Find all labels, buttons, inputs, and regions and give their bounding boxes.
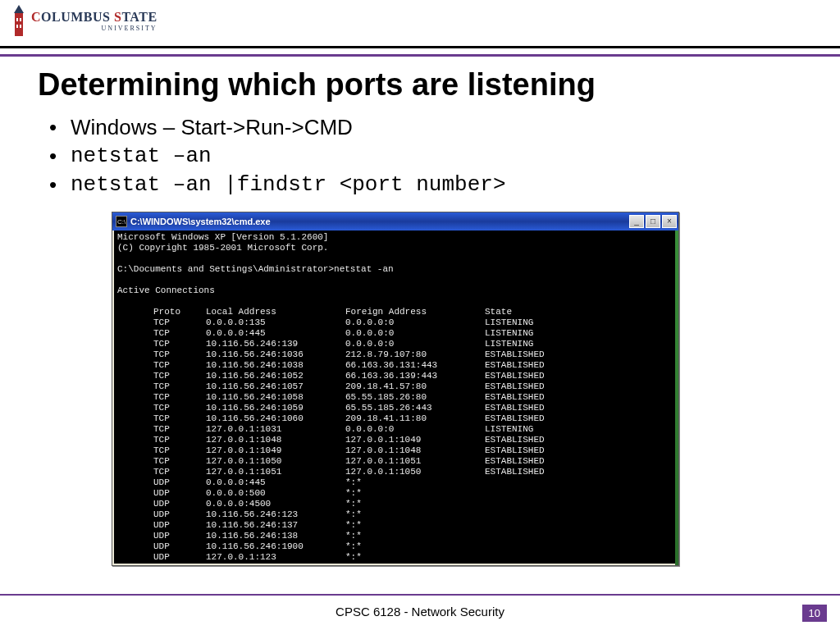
cmd-cell bbox=[485, 563, 673, 564]
cmd-cell bbox=[485, 499, 673, 509]
cmd-app-icon: C:\ bbox=[116, 216, 127, 227]
cmd-cell: ESTABLISHED bbox=[485, 435, 673, 445]
cmd-row: TCP127.0.0.1:10310.0.0.0:0LISTENING bbox=[153, 424, 673, 435]
cmd-row: TCP0.0.0.0:1350.0.0.0:0LISTENING bbox=[153, 317, 673, 328]
logo-c2: S bbox=[114, 10, 121, 24]
cmd-cell: 0.0.0.0:0 bbox=[345, 339, 485, 349]
cmd-cell: TCP bbox=[153, 328, 206, 339]
cmd-row: UDP0.0.0.0:500*:* bbox=[153, 488, 673, 499]
cmd-cell: ESTABLISHED bbox=[485, 349, 673, 360]
cmd-cell: 10.116.56.246:1900 bbox=[206, 541, 345, 552]
cmd-cell: ESTABLISHED bbox=[485, 381, 673, 392]
university-logo: COLUMBUS STATE UNIVERSITY bbox=[11, 5, 158, 38]
cmd-cell: 10.116.56.246:139 bbox=[206, 339, 345, 349]
cmd-cell: UDP bbox=[153, 531, 206, 541]
cmd-cell: 127.0.0.1:1050 bbox=[345, 467, 485, 477]
cmd-cell: 66.163.36.131:443 bbox=[345, 360, 485, 371]
cmd-cell: 10.116.56.246:123 bbox=[206, 509, 345, 520]
cmd-cell: 127.0.0.1:1048 bbox=[206, 435, 345, 445]
cmd-cell: TCP bbox=[153, 445, 206, 456]
cmd-cell: *:* bbox=[345, 531, 485, 541]
cmd-prompt1: C:\Documents and Settings\Administrator>… bbox=[117, 264, 394, 274]
slide: COLUMBUS STATE UNIVERSITY Determining wh… bbox=[0, 0, 840, 630]
cmd-row: UDP10.116.56.246:138*:* bbox=[153, 531, 673, 541]
svg-rect-4 bbox=[16, 25, 18, 28]
logo-line2: UNIVERSITY bbox=[31, 25, 158, 32]
cmd-cell: TCP bbox=[153, 371, 206, 381]
svg-marker-1 bbox=[14, 5, 24, 13]
cmd-cell: 10.116.56.246:1052 bbox=[206, 371, 345, 381]
cmd-cell: 127.0.0.1:1051 bbox=[345, 456, 485, 467]
cmd-cell: ESTABLISHED bbox=[485, 413, 673, 424]
divider-black bbox=[0, 46, 840, 48]
bullet-text: netstat –an bbox=[71, 144, 807, 168]
slide-number: 10 bbox=[802, 605, 827, 622]
cmd-cell: *:* bbox=[345, 477, 485, 488]
cmd-cell: *:* bbox=[345, 563, 485, 564]
cmd-cell: ESTABLISHED bbox=[485, 360, 673, 371]
cmd-row: UDP0.0.0.0:445*:* bbox=[153, 477, 673, 488]
cmd-cell: *:* bbox=[345, 488, 485, 499]
close-button[interactable]: × bbox=[662, 215, 677, 228]
cmd-row: TCP0.0.0.0:4450.0.0.0:0LISTENING bbox=[153, 328, 673, 339]
cmd-cell: *:* bbox=[345, 509, 485, 520]
cmd-row: TCP10.116.56.246:105865.55.185.26:80ESTA… bbox=[153, 392, 673, 403]
cmd-cell: 10.116.56.246:1038 bbox=[206, 360, 345, 371]
cmd-cell: 127.0.0.1:1049 bbox=[206, 445, 345, 456]
cmd-cell: 10.116.56.246:1058 bbox=[206, 392, 345, 403]
cmd-cell: ESTABLISHED bbox=[485, 456, 673, 467]
minimize-button[interactable]: _ bbox=[629, 215, 644, 228]
cmd-cell bbox=[485, 531, 673, 541]
cmd-col-headers: ProtoLocal AddressForeign AddressState bbox=[153, 307, 673, 317]
footer-divider bbox=[0, 594, 840, 596]
cmd-cell: 127.0.0.1:1050 bbox=[206, 456, 345, 467]
cmd-cell: ESTABLISHED bbox=[485, 371, 673, 381]
cmd-cell: UDP bbox=[153, 499, 206, 509]
cmd-cell: 209.18.41.11:80 bbox=[345, 413, 485, 424]
cmd-cell bbox=[485, 509, 673, 520]
cmd-cell: 0.0.0.0:0 bbox=[345, 328, 485, 339]
cmd-cell: *:* bbox=[345, 499, 485, 509]
cmd-row: TCP10.116.56.246:103866.163.36.131:443ES… bbox=[153, 360, 673, 371]
bullet-text: Windows – Start->Run->CMD bbox=[71, 115, 807, 140]
cmd-cell bbox=[485, 552, 673, 563]
cmd-row: UDP10.116.56.246:137*:* bbox=[153, 520, 673, 531]
cmd-cell: 65.55.185.26:80 bbox=[345, 392, 485, 403]
desktop-background-strip bbox=[675, 231, 678, 565]
cmd-cell: TCP bbox=[153, 349, 206, 360]
cmd-cell: TCP bbox=[153, 467, 206, 477]
cmd-cell: ESTABLISHED bbox=[485, 445, 673, 456]
cmd-cell: 10.116.56.246:138 bbox=[206, 531, 345, 541]
cmd-cell: TCP bbox=[153, 392, 206, 403]
cmd-cell: 127.0.0.1:1025 bbox=[206, 563, 345, 564]
header: COLUMBUS STATE UNIVERSITY bbox=[0, 0, 840, 52]
cmd-cell: TCP bbox=[153, 360, 206, 371]
cmd-cell: UDP bbox=[153, 509, 206, 520]
cmd-row: TCP10.116.56.246:1390.0.0.0:0LISTENING bbox=[153, 339, 673, 349]
tower-icon bbox=[11, 5, 26, 38]
svg-rect-0 bbox=[15, 13, 23, 36]
cmd-cell: 127.0.0.1:1049 bbox=[345, 435, 485, 445]
cmd-row: TCP127.0.0.1:1049127.0.0.1:1048ESTABLISH… bbox=[153, 445, 673, 456]
maximize-button[interactable]: □ bbox=[646, 215, 660, 228]
cmd-cell: TCP bbox=[153, 424, 206, 435]
cmd-cell bbox=[485, 520, 673, 531]
cmd-titlebar: C:\ C:\WINDOWS\system32\cmd.exe _ □ × bbox=[112, 212, 678, 231]
cmd-cell: LISTENING bbox=[485, 339, 673, 349]
cmd-row: TCP127.0.0.1:1048127.0.0.1:1049ESTABLISH… bbox=[153, 435, 673, 445]
cmd-cell: TCP bbox=[153, 381, 206, 392]
cmd-cell bbox=[485, 541, 673, 552]
cmd-cell: 65.55.185.26:443 bbox=[345, 403, 485, 413]
logo-rest2: TATE bbox=[121, 10, 157, 24]
cmd-cell: 212.8.79.107:80 bbox=[345, 349, 485, 360]
cmd-cell: 0.0.0.0:445 bbox=[206, 328, 345, 339]
cmd-cell: TCP bbox=[153, 317, 206, 328]
cmd-cell: *:* bbox=[345, 520, 485, 531]
cmd-cell: 10.116.56.246:1036 bbox=[206, 349, 345, 360]
logo-text: COLUMBUS STATE UNIVERSITY bbox=[31, 11, 158, 32]
bullet-dot-icon: • bbox=[49, 172, 71, 198]
cmd-cell: UDP bbox=[153, 488, 206, 499]
cmd-cell: 127.0.0.1:123 bbox=[206, 552, 345, 563]
cmd-cell: 0.0.0.0:445 bbox=[206, 477, 345, 488]
cmd-cell: 0.0.0.0:0 bbox=[345, 317, 485, 328]
